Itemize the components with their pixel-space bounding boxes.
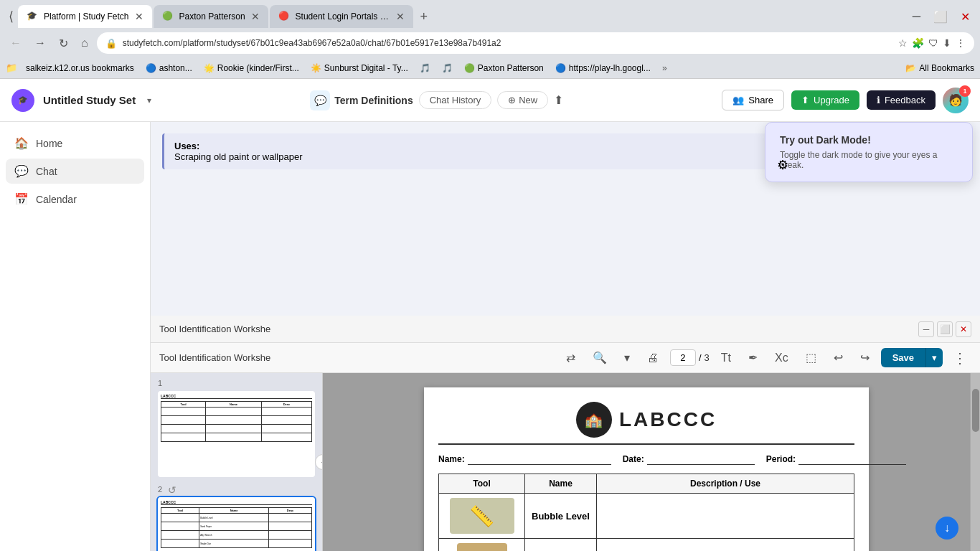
desc-col-header: Description / Use: [597, 474, 854, 494]
feedback-button[interactable]: ℹ Feedback: [867, 90, 936, 110]
sidebar-item-home[interactable]: 🏠 Home: [6, 131, 144, 156]
desc-header-label: Description / Use: [690, 479, 760, 489]
tab-paxton[interactable]: 🟢 Paxton Patterson ✕: [154, 5, 268, 28]
date-line: [647, 453, 755, 465]
bookmark-rookie-favicon: 🌟: [204, 63, 215, 73]
url-bar[interactable]: 🔒 studyfetch.com/platform/studyset/67b01…: [97, 32, 974, 54]
school-name: LABCCC: [619, 408, 717, 431]
sidebar-chat-label: Chat: [36, 166, 57, 177]
sidebar-item-chat[interactable]: 💬 Chat: [6, 159, 144, 184]
study-set-dropdown-arrow[interactable]: ▾: [147, 95, 151, 105]
close-browser-button[interactable]: ✕: [956, 9, 974, 25]
scrollbar-thumb[interactable]: [972, 389, 979, 432]
home-button[interactable]: ⌂: [77, 35, 93, 51]
maximize-browser-button[interactable]: ⬜: [929, 9, 952, 25]
minimize-browser-button[interactable]: ─: [908, 9, 925, 24]
tool-header-label: Tool: [473, 479, 490, 489]
name-line: [468, 453, 611, 465]
shield-button[interactable]: 🛡: [928, 37, 938, 49]
share-label: Share: [748, 95, 773, 105]
text-tool-button[interactable]: Tt: [715, 349, 737, 367]
new-button[interactable]: ⊕ New: [497, 91, 548, 109]
school-logo: 🏫: [576, 402, 612, 438]
save-button[interactable]: Save: [881, 348, 925, 367]
bubble-level-name-cell: Bubble Level: [525, 494, 597, 539]
header-center: 💬 Term Definitions Chat History ⊕ New ⬆: [160, 90, 713, 110]
undo-button[interactable]: ↩: [828, 348, 849, 367]
app-logo-text: 🎓: [18, 95, 28, 105]
save-dropdown-button[interactable]: ▾: [925, 348, 943, 367]
bookmark-paxton[interactable]: 🟢Paxton Patterson: [461, 62, 547, 75]
more-options-button[interactable]: ⋮: [948, 347, 971, 369]
term-definitions-label: Term Definitions: [334, 95, 413, 106]
sign-tool-button[interactable]: ✒: [743, 348, 763, 367]
all-bookmarks-button[interactable]: 📂 All Bookmarks: [905, 63, 974, 73]
select-tool-button[interactable]: ⬚: [800, 348, 822, 367]
back-button[interactable]: ←: [6, 35, 26, 51]
chat-history-button[interactable]: Chat History: [419, 91, 492, 109]
bookmark-play[interactable]: 🔵https://play-lh.googl...: [552, 62, 654, 75]
share-button[interactable]: 👥 Share: [722, 90, 784, 110]
bookmarks-overflow-button[interactable]: »: [662, 63, 667, 73]
sub-window-controls: ─ ⬜ ✕: [918, 321, 971, 337]
reload-button[interactable]: ↻: [55, 35, 72, 52]
page-2-thumbnail[interactable]: LABCCC ToolNameDesc Bubble Level Sand Pa…: [156, 496, 316, 551]
bookmark-paxton-label: Paxton Patterson: [478, 63, 544, 73]
sub-window-minimize-button[interactable]: ─: [918, 321, 934, 337]
dark-mode-tooltip-description: Toggle the dark mode to give your eyes a…: [780, 150, 958, 170]
content-area: 🏠 Home 💬 Chat 📅 Calendar Uses: Scraping …: [0, 122, 980, 551]
user-avatar[interactable]: 🧑 1: [943, 88, 969, 113]
zoom-dropdown-button[interactable]: ▾: [618, 348, 636, 367]
page-total: 3: [705, 352, 710, 363]
tab-studyfetch[interactable]: 🎓 Platform | Study Fetch ✕: [18, 5, 152, 28]
browser-back-nav[interactable]: ⟨: [6, 7, 17, 26]
browser-menu-button[interactable]: ⋮: [956, 37, 966, 49]
print-tool-button[interactable]: 🖨: [641, 349, 664, 367]
page-nav: / 3: [670, 349, 710, 366]
tool-col-header: Tool: [439, 474, 525, 494]
sub-window-close-button[interactable]: ✕: [956, 321, 971, 337]
bookmark-rookie[interactable]: 🌟Rookie (kinder/First...: [201, 62, 302, 75]
bubble-level-name: Bubble Level: [532, 511, 590, 522]
sidebar-item-calendar[interactable]: 📅 Calendar: [6, 187, 144, 212]
upload-button[interactable]: ⬆: [554, 93, 563, 107]
upgrade-button[interactable]: ⬆ Upgrade: [791, 90, 859, 110]
bookmark-play-label: https://play-lh.googl...: [569, 63, 651, 73]
bookmark-ashton[interactable]: 🔵ashton...: [143, 62, 195, 75]
new-button-label: New: [519, 95, 537, 105]
sub-window-maximize-button[interactable]: ⬜: [937, 321, 953, 337]
uses-label: Uses:: [174, 141, 199, 151]
tab-close-student[interactable]: ✕: [396, 11, 405, 22]
all-bookmarks-folder-icon: 📂: [905, 63, 916, 73]
downloads-button[interactable]: ⬇: [943, 37, 951, 49]
redo-button[interactable]: ↪: [854, 348, 875, 367]
forward-button[interactable]: →: [30, 35, 50, 51]
feedback-label: Feedback: [885, 95, 925, 105]
bubble-level-desc-cell: [597, 494, 854, 539]
extension-puzzle-button[interactable]: 🧩: [912, 37, 924, 49]
tab-close-studyfetch[interactable]: ✕: [135, 11, 143, 22]
zoom-tool-button[interactable]: 🔍: [587, 348, 613, 367]
term-definitions-button[interactable]: 💬 Term Definitions: [310, 90, 413, 110]
bookmark-star-button[interactable]: ☆: [898, 37, 908, 49]
formula-tool-button[interactable]: Xc: [769, 349, 794, 367]
bubble-level-tool-cell: 📏: [439, 494, 525, 539]
save-button-group: Save ▾: [881, 348, 943, 367]
new-tab-button[interactable]: +: [415, 9, 434, 24]
tab-close-paxton[interactable]: ✕: [251, 11, 260, 22]
page-number-input[interactable]: [670, 349, 696, 366]
sub-window-content: 1 LABCCC ToolNameDesc: [151, 373, 980, 551]
tab-student[interactable]: 🔴 Student Login Portals & Apps - ✕: [270, 5, 413, 28]
document-viewer[interactable]: 🏫 LABCCC Name:: [323, 373, 970, 551]
bookmark-spotify1[interactable]: 🎵: [417, 62, 433, 75]
bookmarks-folder-icon: 📁: [6, 62, 17, 73]
share-tool-button[interactable]: ⇄: [560, 348, 581, 367]
page-1-number: 1: [156, 379, 162, 387]
page-1-thumbnail[interactable]: LABCCC ToolNameDesc: [156, 390, 316, 479]
scroll-to-bottom-button[interactable]: ↓: [936, 517, 958, 540]
period-label: Period:: [766, 454, 796, 464]
bookmark-salkeiz[interactable]: salkeiz.k12.or.us bookmarks: [23, 62, 137, 75]
bookmarks-bar: 📁 salkeiz.k12.or.us bookmarks 🔵ashton...…: [0, 57, 980, 79]
bookmark-sunburst[interactable]: ☀️Sunburst Digital - Ty...: [308, 62, 411, 75]
bookmark-spotify2[interactable]: 🎵: [439, 62, 456, 75]
